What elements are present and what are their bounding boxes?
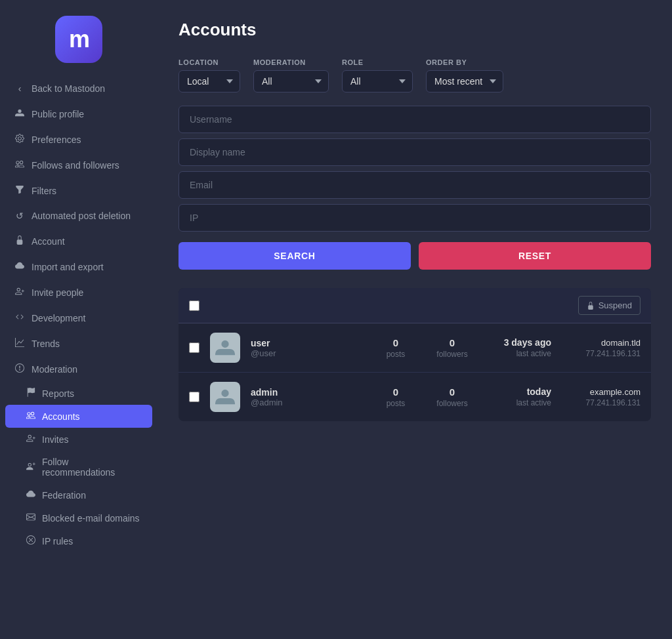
role-select[interactable]: All Admin Moderator User — [342, 70, 413, 93]
domain-name-user: domain.tld — [562, 338, 640, 348]
sidebar-item-account[interactable]: Account — [5, 228, 152, 254]
sidebar-item-label: Back to Mastodon — [32, 83, 105, 94]
posts-label-admin: posts — [387, 399, 406, 408]
sidebar-item-development[interactable]: Development — [5, 305, 152, 331]
avatar-user — [210, 333, 240, 363]
sidebar-item-filters[interactable]: Filters — [5, 178, 152, 203]
activity-label-admin: last active — [516, 398, 551, 407]
followers-label-admin: followers — [436, 399, 467, 408]
avatar-placeholder-icon — [215, 338, 235, 358]
federation-icon — [26, 489, 35, 501]
activity-label-user: last active — [516, 349, 551, 358]
username-input[interactable] — [178, 106, 651, 133]
row-checkbox-user[interactable] — [189, 342, 200, 353]
sidebar-item-label: Import and export — [32, 262, 104, 272]
ip-input[interactable] — [178, 204, 651, 232]
suspend-button[interactable]: Suspend — [578, 296, 640, 315]
followers-label-user: followers — [436, 350, 467, 359]
account-handle-user: @user — [251, 348, 362, 358]
sidebar-item-public-profile[interactable]: Public profile — [5, 101, 152, 127]
account-handle-admin: @admin — [251, 398, 362, 407]
role-label: ROLE — [342, 58, 413, 66]
sidebar-item-label: Trends — [32, 339, 60, 349]
sidebar: m ‹ Back to Mastodon Public profile Pref… — [0, 0, 158, 639]
domain-user: domain.tld 77.241.196.131 — [562, 338, 640, 358]
domain-name-admin: example.com — [562, 387, 640, 397]
domain-ip-admin: 77.241.196.131 — [586, 398, 640, 407]
gear-icon — [14, 134, 25, 145]
row-checkbox-admin[interactable] — [189, 392, 200, 402]
sidebar-item-invites[interactable]: Invites — [5, 428, 152, 451]
table-row: user @user 0 posts 0 followers 3 days ag… — [178, 323, 651, 373]
search-button[interactable]: SEARCH — [178, 242, 411, 270]
sidebar-item-trends[interactable]: Trends — [5, 331, 152, 356]
sidebar-item-accounts[interactable]: Accounts — [5, 405, 152, 428]
sidebar-item-label: Follow recommendations — [42, 457, 143, 478]
sidebar-item-federation[interactable]: Federation — [5, 484, 152, 506]
followers-count-user: 0 — [429, 337, 475, 348]
sidebar-item-automated-deletion[interactable]: ↺ Automated post deletion — [5, 203, 152, 228]
posts-count-user: 0 — [373, 337, 419, 348]
sidebar-item-preferences[interactable]: Preferences — [5, 127, 152, 152]
filter-row: LOCATION Local Remote All MODERATION All… — [178, 58, 651, 93]
order-label: ORDER BY — [426, 58, 503, 66]
sidebar-item-moderation[interactable]: Moderation — [5, 356, 152, 382]
account-name-user: user — [251, 338, 362, 348]
activity-time-admin: today — [486, 386, 551, 397]
sidebar-item-label: Preferences — [32, 134, 81, 145]
location-select[interactable]: Local Remote All — [178, 70, 240, 93]
email-input[interactable] — [178, 171, 651, 199]
invite-icon — [14, 287, 25, 298]
ip-rules-icon — [26, 535, 35, 546]
code-icon — [14, 312, 25, 323]
back-icon: ‹ — [14, 83, 25, 94]
main-content: Accounts LOCATION Local Remote All MODER… — [158, 0, 672, 639]
avatar-admin — [210, 382, 240, 412]
lock-small-icon — [587, 302, 595, 310]
select-all-checkbox[interactable] — [189, 300, 200, 311]
trends-icon — [14, 338, 25, 349]
posts-stat-admin: 0 posts — [373, 386, 419, 408]
sidebar-item-ip-rules[interactable]: IP rules — [5, 529, 152, 552]
followers-count-admin: 0 — [429, 386, 475, 398]
table-row: admin @admin 0 posts 0 followers today l… — [178, 373, 651, 421]
sidebar-item-reports[interactable]: Reports — [5, 382, 152, 405]
filter-icon — [14, 185, 25, 196]
activity-user: 3 days ago last active — [486, 337, 551, 358]
order-select[interactable]: Most recent Most active Oldest — [426, 70, 503, 93]
app-logo: m — [55, 16, 102, 63]
sidebar-item-label: IP rules — [42, 536, 73, 546]
sidebar-item-invite-people[interactable]: Invite people — [5, 279, 152, 305]
account-name-admin: admin — [251, 387, 362, 398]
sidebar-item-back[interactable]: ‹ Back to Mastodon — [5, 76, 152, 101]
reset-button[interactable]: RESET — [419, 242, 651, 270]
followers-stat-admin: 0 followers — [429, 386, 475, 408]
sidebar-item-label: Accounts — [42, 411, 80, 422]
sidebar-item-blocked-email[interactable]: Blocked e-mail domains — [5, 506, 152, 529]
sidebar-item-label: Reports — [42, 388, 74, 399]
sidebar-item-label: Federation — [42, 490, 86, 501]
domain-admin: example.com 77.241.196.131 — [562, 387, 640, 407]
moderation-select[interactable]: All Active Silenced Suspended — [253, 70, 329, 93]
follow-rec-icon — [26, 462, 35, 473]
moderation-icon — [14, 363, 25, 375]
sidebar-navigation: ‹ Back to Mastodon Public profile Prefer… — [0, 76, 158, 552]
sidebar-item-follows-followers[interactable]: Follows and followers — [5, 152, 152, 178]
order-filter-group: ORDER BY Most recent Most active Oldest — [426, 58, 503, 93]
sidebar-item-follow-recommendations[interactable]: Follow recommendations — [5, 451, 152, 484]
reports-icon — [26, 388, 35, 399]
deletion-icon: ↺ — [14, 211, 25, 221]
moderation-label: MODERATION — [253, 58, 329, 66]
email-icon — [26, 512, 35, 524]
accounts-icon — [26, 411, 35, 422]
sidebar-item-label: Filters — [32, 186, 56, 196]
account-info-user: user @user — [251, 338, 362, 358]
follows-icon — [14, 159, 25, 171]
sidebar-item-label: Development — [32, 313, 86, 323]
sidebar-item-label: Account — [32, 236, 65, 247]
sidebar-item-label: Follows and followers — [32, 160, 119, 171]
posts-count-admin: 0 — [373, 386, 419, 398]
sidebar-item-import-export[interactable]: Import and export — [5, 254, 152, 279]
suspend-label: Suspend — [598, 300, 632, 310]
display-name-input[interactable] — [178, 138, 651, 166]
